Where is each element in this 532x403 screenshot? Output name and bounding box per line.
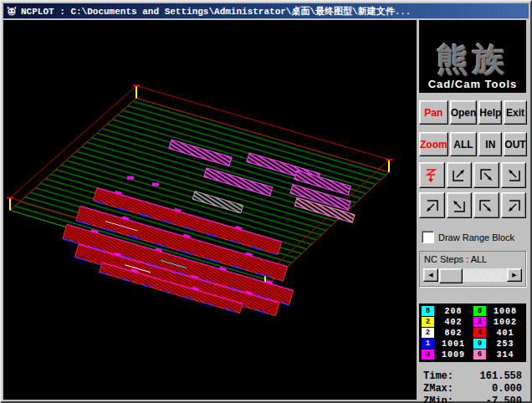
legend-swatch: 8 [422,306,434,316]
legend-swatch: 2 [473,317,486,327]
legend-left-column: 8 208 2 402 2 802 1 1001 [422,306,472,360]
stat-value: -7.500 [486,395,522,403]
zoom-out-button[interactable]: OUT [504,132,526,156]
legend-row: 2 402 [422,317,472,327]
stat-value: 161.558 [480,370,522,382]
view-bottom-button[interactable] [501,192,527,218]
titlebar[interactable]: NCPLOT : C:\Documents and Settings\Admin… [3,3,529,18]
pan-button[interactable]: Pan [419,100,448,125]
view-buttons [419,162,526,218]
legend-row: 2 1002 [473,317,524,327]
exit-button[interactable]: Exit [504,100,526,125]
scroll-left-arrow-icon: ◀ [428,272,432,278]
nc-steps-group: NC Steps : ALL ◀ ▶ [419,251,526,287]
draw-range-block-label: Draw Range Block [438,232,514,242]
zoom-in-button[interactable]: IN [478,132,502,156]
legend-value: 401 [487,328,524,338]
legend-swatch: 9 [473,339,486,349]
side-panel: 熊族 Cad/Cam Tools Pan Open Help Exit Zoom… [417,20,529,400]
stat-label: Time: [423,370,453,382]
scroll-left-button[interactable]: ◀ [423,268,438,282]
legend-swatch: 4 [473,328,486,338]
help-button[interactable]: Help [478,100,502,125]
legend-swatch: 2 [422,317,434,327]
view-top-icon [478,167,494,184]
legend-row: 8 1008 [473,306,524,316]
legend-value: 253 [487,339,524,349]
stat-zmax: ZMax: 0.000 [423,382,522,395]
ncplot-window: NCPLOT : C:\Documents and Settings\Admin… [0,0,532,403]
scrollbar-track[interactable] [438,268,507,282]
plot-canvas[interactable] [3,20,417,400]
view-bottom-icon [505,197,522,214]
legend-value: 402 [435,317,472,327]
toolpath-plot [3,20,417,400]
view-top-button[interactable] [473,162,499,188]
draw-range-block-checkbox[interactable] [422,231,434,243]
legend-value: 1008 [487,306,524,316]
brand-logo: 熊族 Cad/Cam Tools [419,20,526,93]
window-title: NCPLOT : C:\Documents and Settings\Admin… [21,5,411,18]
view-iso-icon [478,197,494,214]
nc-steps-label: NC Steps : ALL [424,254,522,264]
legend-value: 802 [435,328,472,338]
legend-row: 8 208 [422,306,472,316]
step-trace-icon [423,167,440,184]
legend-right-column: 8 1008 2 1002 4 401 9 253 [473,306,524,360]
command-buttons: Pan Open Help Exit Zoom ALL IN OUT [419,100,526,156]
legend-swatch: 8 [473,306,486,316]
legend-row: 4 401 [473,328,524,338]
legend-value: 208 [435,306,472,316]
nc-steps-scrollbar[interactable]: ◀ ▶ [423,268,522,282]
stat-label: ZMin: [423,395,453,403]
legend-row: 2 802 [422,328,472,338]
legend-row: 1 1001 [422,339,472,349]
view-front-icon [451,167,468,184]
legend-swatch: 6 [473,349,486,360]
scroll-right-arrow-icon: ▶ [512,272,516,278]
step-trace-button[interactable] [419,162,445,188]
view-front-button[interactable] [447,162,473,188]
view-iso-button[interactable] [473,192,499,218]
legend-row: 3 1009 [422,349,472,360]
tool-color-legend: 8 208 2 402 2 802 1 1001 [419,304,526,362]
stat-value: 0.000 [492,383,522,395]
legend-value: 1009 [435,349,472,360]
zoom-all-button[interactable]: ALL [450,132,478,156]
view-right-icon [505,167,522,184]
legend-swatch: 3 [422,349,434,360]
view-left-icon [451,197,468,214]
legend-swatch: 1 [422,339,434,349]
view-back-button[interactable] [419,192,445,218]
app-cat-icon [6,5,18,17]
legend-swatch: 2 [422,328,434,338]
legend-row: 6 314 [473,349,524,360]
zoom-button[interactable]: Zoom [419,132,448,156]
scrollbar-thumb[interactable] [439,268,463,283]
stat-zmin: ZMin: -7.500 [423,395,522,403]
legend-value: 314 [487,349,524,360]
legend-row: 9 253 [473,339,524,349]
draw-range-block-option: Draw Range Block [422,231,526,243]
stat-label: ZMax: [423,383,453,395]
view-back-icon [423,197,440,214]
stat-time: Time: 161.558 [423,370,522,382]
brand-characters: 熊族 [437,43,509,75]
legend-value: 1001 [435,339,472,349]
legend-value: 1002 [487,317,524,327]
brand-subtitle: Cad/Cam Tools [428,78,518,90]
open-button[interactable]: Open [450,100,478,125]
machining-stats: Time: 161.558 ZMax: 0.000 ZMin: -7.500 [419,368,526,403]
scroll-right-button[interactable]: ▶ [507,268,522,282]
view-right-button[interactable] [501,162,527,188]
view-left-button[interactable] [447,192,473,218]
